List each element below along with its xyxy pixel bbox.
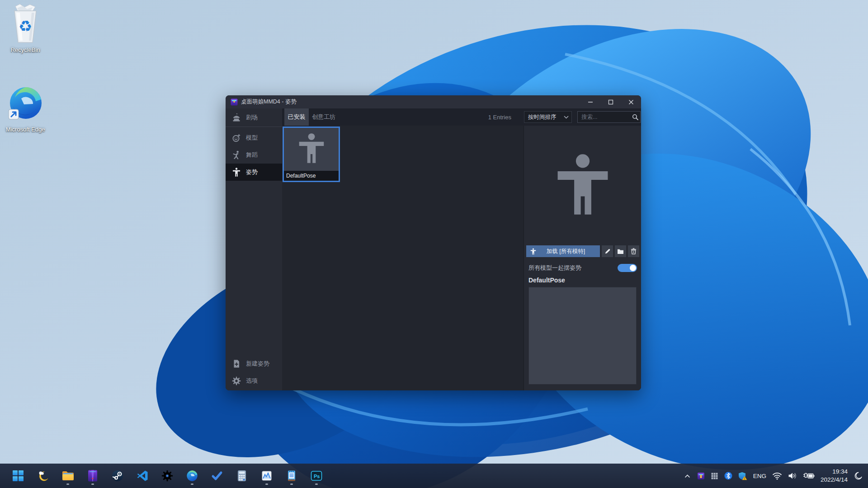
- tray-time: 19:34: [821, 468, 848, 476]
- sort-dropdown[interactable]: 按时间排序: [524, 111, 572, 123]
- calculator-icon: [236, 470, 247, 482]
- todo-app-button[interactable]: [208, 466, 226, 486]
- close-button[interactable]: [621, 95, 641, 108]
- sidebar-item-pose[interactable]: 姿势: [226, 164, 282, 181]
- notepad-button[interactable]: [283, 466, 301, 486]
- tray-security-shield[interactable]: [738, 472, 747, 480]
- sort-dropdown-value: 按时间排序: [528, 113, 564, 121]
- sidebar-item-options[interactable]: 选项: [226, 372, 282, 389]
- svg-text:Ps: Ps: [314, 474, 320, 479]
- new-pose-icon: [232, 359, 241, 368]
- window-titlebar: 桌面萌娘MMD4 - 姿势: [226, 95, 641, 108]
- tray-focus-assist[interactable]: [854, 471, 863, 480]
- pencil-icon: [604, 248, 611, 254]
- chevron-up-icon: [684, 472, 691, 480]
- folder-icon: [617, 249, 624, 254]
- wifi-icon: [772, 472, 782, 480]
- delete-pose-button[interactable]: [628, 245, 639, 257]
- mmd-app-icon: [88, 470, 98, 482]
- edge-shortcut-icon: [8, 81, 43, 125]
- open-folder-button[interactable]: [615, 245, 626, 257]
- tab-label: 已安装: [288, 113, 306, 121]
- language-indicator[interactable]: ENG: [753, 473, 766, 479]
- sidebar: 剧场 模型 舞: [226, 108, 282, 390]
- bluetooth-icon: [724, 472, 732, 480]
- file-explorer-button[interactable]: [59, 466, 77, 486]
- widgets-weather-button[interactable]: [34, 466, 52, 486]
- tray-mmd-app[interactable]: [697, 472, 705, 480]
- tray-bluetooth[interactable]: [724, 472, 732, 480]
- edge-button[interactable]: [183, 466, 201, 486]
- pose-title: DefaultPose: [528, 277, 565, 284]
- pose-grid-item-defaultpose[interactable]: DefaultPose: [283, 127, 340, 182]
- running-indicator: [265, 483, 268, 485]
- pose-grid: DefaultPose: [282, 126, 524, 390]
- search-input[interactable]: [580, 113, 632, 121]
- tray-clock[interactable]: 19:34 2022/4/14: [821, 468, 848, 483]
- settings-button[interactable]: [158, 466, 176, 486]
- entries-count: 1 Entries: [488, 108, 511, 126]
- tray-overflow-button[interactable]: [684, 472, 691, 480]
- svg-text:♻: ♻: [19, 18, 32, 35]
- system-tray: ENG: [684, 464, 868, 488]
- taskbar-apps: Ps: [0, 466, 326, 486]
- desktop-icon-recycle-bin[interactable]: ♻ RecycleBin: [4, 4, 47, 54]
- moon-icon: [854, 471, 863, 480]
- security-shield-warning-icon: [738, 472, 747, 480]
- maximize-icon: [608, 99, 613, 105]
- mmd-app-button[interactable]: [84, 466, 102, 486]
- battery-charging-icon: [803, 472, 815, 480]
- desktop: ♻ RecycleBin Microsoft Edge 桌面萌娘MMD4 - 姿…: [0, 0, 868, 488]
- photoshop-icon: Ps: [311, 470, 322, 482]
- sidebar-item-new-pose[interactable]: 新建姿势: [226, 355, 282, 372]
- photoshop-button[interactable]: Ps: [307, 466, 326, 486]
- minimize-icon: [588, 99, 593, 105]
- load-pose-button[interactable]: 加载 [所有模特]: [526, 245, 600, 257]
- task-manager-button[interactable]: [258, 466, 276, 486]
- running-indicator: [66, 483, 69, 485]
- performance-graph-icon: [261, 470, 273, 482]
- pose-preview-icon: [554, 153, 611, 216]
- sidebar-item-model[interactable]: 模型: [226, 129, 282, 146]
- vscode-icon: [137, 470, 148, 482]
- notepad-icon: [287, 470, 297, 482]
- tab-workshop[interactable]: 创意工坊: [309, 108, 339, 126]
- pose-all-models-toggle[interactable]: [618, 264, 637, 272]
- vscode-button[interactable]: [133, 466, 151, 486]
- speaker-icon: [788, 472, 797, 480]
- chevron-down-icon: [564, 116, 569, 119]
- dance-icon: [232, 150, 241, 160]
- start-button[interactable]: [9, 466, 27, 486]
- desktop-icon-edge[interactable]: Microsoft Edge: [4, 81, 47, 133]
- maximize-button[interactable]: [600, 95, 621, 108]
- sidebar-item-theater[interactable]: 剧场: [226, 108, 282, 127]
- check-icon: [211, 470, 223, 482]
- tab-strip: 已安装 创意工坊 1 Entries 按时间排序: [282, 108, 641, 126]
- edit-pose-button[interactable]: [602, 245, 613, 257]
- search-icon[interactable]: [632, 114, 638, 120]
- pose-listbox[interactable]: [528, 287, 637, 385]
- tray-volume[interactable]: [788, 472, 797, 480]
- tray-power[interactable]: [803, 472, 815, 480]
- running-indicator: [191, 483, 193, 485]
- pose-person-icon: [232, 168, 241, 177]
- gear-icon: [232, 376, 241, 385]
- running-indicator: [91, 483, 94, 485]
- taskbar: Ps: [0, 464, 868, 488]
- close-icon: [628, 99, 634, 105]
- calculator-button[interactable]: [233, 466, 251, 486]
- toggle-knob: [630, 265, 636, 271]
- pose-item-label: DefaultPose: [284, 171, 339, 181]
- tab-installed[interactable]: 已安装: [284, 108, 309, 126]
- model-face-icon: [232, 133, 241, 142]
- mmd-tray-icon: [697, 472, 705, 480]
- tray-wifi[interactable]: [772, 472, 782, 480]
- steam-button[interactable]: [108, 466, 127, 486]
- sidebar-item-dance[interactable]: 舞蹈: [226, 146, 282, 164]
- tray-date: 2022/4/14: [821, 476, 848, 484]
- minimize-button[interactable]: [580, 95, 600, 108]
- toggle-label: 所有模型一起摆姿势: [528, 264, 618, 272]
- desktop-icon-label: RecycleBin: [4, 47, 47, 54]
- tray-grid-app[interactable]: [711, 472, 718, 480]
- pose-all-toggle-row: 所有模型一起摆姿势: [528, 263, 637, 273]
